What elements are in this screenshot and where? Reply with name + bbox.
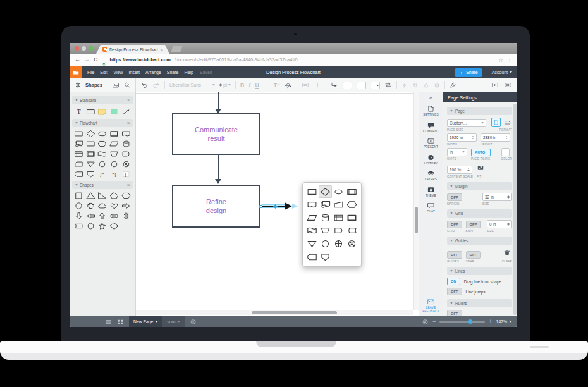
shape-or-junction[interactable] — [332, 238, 345, 250]
shape-manual-operation[interactable] — [108, 149, 120, 159]
stepper-icon[interactable] — [507, 195, 510, 199]
window-minimize-button[interactable] — [82, 46, 86, 51]
grid-snap-toggle[interactable]: OFF — [466, 221, 481, 228]
fit-content-icon[interactable] — [477, 163, 484, 174]
content-scale-input[interactable]: 100 % — [447, 166, 472, 174]
menu-insert[interactable]: Insert — [128, 70, 140, 75]
tab-close-icon[interactable]: × — [161, 47, 163, 52]
margin-section-header[interactable]: Margin — [447, 182, 512, 190]
text-color-button[interactable]: T — [274, 82, 280, 89]
shape-arrow-right[interactable] — [120, 201, 132, 211]
shape-summing-junction[interactable] — [345, 238, 358, 250]
font-size-stepper[interactable] — [219, 83, 222, 87]
shape-connector[interactable] — [85, 221, 97, 231]
connector-type-icon[interactable] — [331, 82, 338, 89]
window-close-button[interactable] — [75, 46, 79, 51]
shape-rectangle[interactable] — [85, 106, 97, 117]
add-page-icon[interactable] — [190, 319, 197, 325]
refresh-icon[interactable]: C — [94, 57, 98, 63]
zoom-out-button[interactable]: − — [432, 319, 436, 324]
shape-predefined-alt[interactable] — [85, 149, 97, 159]
shape-merge[interactable] — [305, 238, 319, 250]
page-width-input[interactable]: 1920 in — [447, 133, 477, 142]
shape-heart[interactable] — [108, 201, 120, 211]
stepper-icon[interactable] — [467, 168, 470, 171]
shape-merge[interactable] — [85, 159, 97, 169]
shape-arrow-up[interactable] — [97, 211, 109, 221]
zoom-slider-thumb[interactable] — [468, 319, 472, 324]
rail-item-chat[interactable]: CHAT — [419, 202, 443, 214]
margin-toggle[interactable]: OFF — [447, 194, 462, 201]
section-flowchart-header[interactable]: Flowchart × — [72, 119, 133, 127]
browser-tab[interactable]: Design Process Flowchart: Luc × — [96, 45, 169, 54]
window-zoom-button[interactable] — [89, 46, 93, 51]
shape-process-alt[interactable] — [85, 139, 97, 149]
back-icon[interactable]: ← — [75, 57, 80, 63]
font-family-select[interactable]: Liberation Sans — [169, 82, 215, 88]
shape-display-wave[interactable] — [97, 149, 109, 159]
page-tiling-auto-button[interactable]: AUTO — [471, 149, 491, 156]
grid-section-header[interactable]: Grid — [447, 209, 512, 218]
guides-snap-toggle[interactable]: OFF — [466, 251, 481, 259]
lock-icon[interactable] — [423, 82, 429, 89]
panel-scrollbar[interactable] — [513, 104, 517, 315]
search-icon[interactable] — [123, 82, 131, 89]
shape-banner[interactable] — [73, 221, 85, 231]
menu-arrange[interactable]: Arrange — [145, 70, 161, 75]
shape-process[interactable] — [73, 129, 85, 138]
leave-feedback-button[interactable]: LEAVE FEEDBACK — [419, 298, 443, 313]
shape-brace-right[interactable]: }= — [97, 169, 109, 179]
italic-button[interactable]: I — [248, 82, 250, 89]
redo-button[interactable] — [152, 82, 160, 89]
swap-endpoints-icon[interactable] — [384, 82, 392, 89]
shape-database[interactable] — [319, 211, 332, 224]
shape-off-page[interactable] — [319, 250, 332, 263]
shape-square[interactable] — [73, 191, 85, 200]
shape-or-junction[interactable] — [108, 159, 120, 169]
flow-arrow-line[interactable] — [218, 155, 219, 180]
shape-ellipse[interactable] — [332, 185, 345, 198]
shape-preparation[interactable] — [97, 139, 109, 149]
shape-hexagon[interactable] — [120, 191, 132, 200]
bookmark-star-icon[interactable]: ☆ — [498, 57, 503, 63]
shape-bracket[interactable]: [ — [120, 169, 132, 179]
zoom-in-button[interactable]: + — [489, 319, 492, 324]
flowchart-node-communicate-result[interactable]: Communicate result — [172, 113, 260, 155]
stepper-icon[interactable] — [507, 223, 510, 226]
close-icon[interactable]: × — [127, 183, 130, 187]
line-jumps-toggle[interactable]: OFF — [447, 288, 462, 295]
grid-size-input[interactable]: 0 in — [487, 220, 512, 228]
diagram-canvas[interactable]: Communicate result Refine design — [136, 92, 419, 316]
scrollbar-thumb[interactable] — [415, 207, 418, 233]
shape-star[interactable] — [97, 221, 109, 231]
shapes-manager-button[interactable]: Shapes — [85, 82, 108, 88]
forward-icon[interactable]: → — [84, 57, 90, 63]
lines-section-header[interactable]: Lines — [447, 267, 512, 275]
position-icon[interactable] — [314, 82, 321, 89]
section-standard-header[interactable]: Standard × — [72, 96, 133, 104]
shape-sticky-note[interactable] — [97, 106, 109, 117]
shape-internal-storage[interactable] — [332, 211, 345, 224]
guides-section-header[interactable]: Guides — [447, 236, 512, 245]
page-size-select[interactable]: Custom... — [447, 119, 486, 127]
shape-loop-limit[interactable] — [73, 169, 85, 179]
tools-wrench-icon[interactable] — [450, 82, 457, 89]
shape-stored-data[interactable] — [345, 224, 358, 237]
margin-size-input[interactable]: 32 in — [482, 193, 512, 201]
shape-arrow-up-down[interactable] — [120, 211, 132, 221]
shape-document[interactable] — [305, 199, 319, 211]
stepper-icon[interactable] — [505, 136, 508, 139]
canvas-vertical-scrollbar[interactable] — [413, 92, 419, 310]
rail-item-layers[interactable]: LAYERS — [419, 169, 443, 181]
collapse-panel-button[interactable]: » — [429, 95, 432, 101]
shape-process-bold[interactable] — [345, 211, 358, 224]
shape-connector[interactable] — [319, 238, 332, 250]
shape-manual-input[interactable] — [332, 199, 345, 211]
bold-button[interactable]: B — [240, 82, 244, 89]
grid-toggle[interactable]: OFF — [447, 221, 462, 228]
shape-terminator[interactable] — [97, 129, 109, 138]
align-shapes-icon[interactable] — [302, 82, 309, 89]
new-page-tab[interactable]: New Page — [129, 316, 162, 327]
shape-predefined-process[interactable] — [345, 185, 358, 198]
share-button[interactable]: Share — [455, 68, 482, 77]
